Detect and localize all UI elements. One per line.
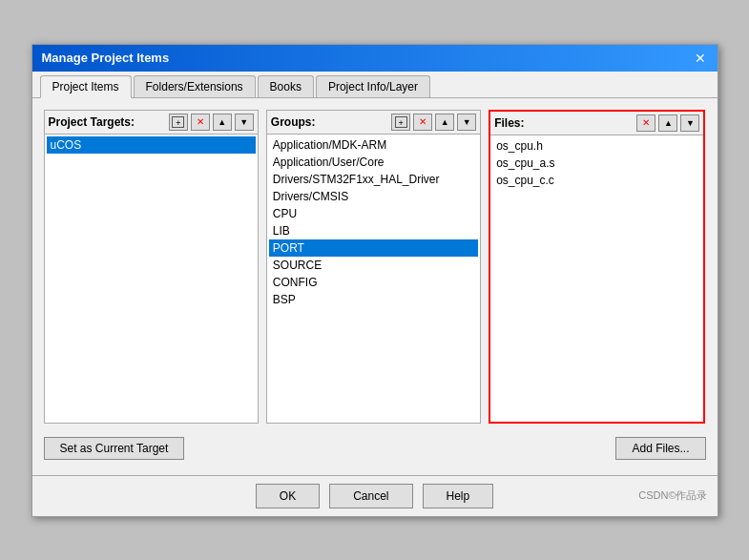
help-button[interactable]: Help (423, 484, 494, 508)
list-item[interactable]: LIB (269, 222, 478, 239)
list-item[interactable]: Application/MDK-ARM (269, 136, 478, 154)
cancel-button[interactable]: Cancel (329, 484, 412, 508)
groups-delete-button[interactable] (413, 114, 432, 131)
watermark: CSDN©作品录 (638, 488, 707, 503)
up-target-icon (218, 116, 226, 127)
add-files-button[interactable]: Add Files... (615, 437, 705, 460)
groups-header: Groups: + (267, 111, 480, 135)
new-group-icon: + (395, 116, 407, 128)
files-down-button[interactable] (680, 114, 699, 132)
groups-new-button[interactable]: + (391, 114, 410, 131)
list-item[interactable]: os_cpu.h (492, 137, 701, 155)
targets-down-button[interactable] (235, 114, 254, 131)
manage-project-dialog: Manage Project Items ✕ Project Items Fol… (31, 44, 718, 517)
dialog-title: Manage Project Items (42, 51, 170, 65)
groups-down-button[interactable] (457, 114, 476, 131)
targets-header: Project Targets: + (45, 111, 258, 135)
files-label: Files: (494, 116, 634, 130)
list-item[interactable]: os_cpu_a.s (492, 155, 701, 172)
files-panel: Files: os_cpu.hos_cpu_a.sos_cpu_c.c (489, 110, 705, 424)
list-item[interactable]: CONFIG (269, 274, 478, 291)
list-item[interactable]: BSP (269, 291, 478, 308)
list-item[interactable]: SOURCE (269, 257, 478, 274)
list-item[interactable]: CPU (269, 205, 478, 222)
main-content: Project Targets: + uCOS (32, 98, 718, 475)
files-header: Files: (490, 112, 703, 135)
list-item[interactable]: Drivers/CMSIS (269, 188, 478, 205)
files-up-button[interactable] (658, 114, 677, 132)
groups-up-button[interactable] (435, 114, 454, 131)
delete-file-icon (642, 117, 650, 128)
up-file-icon (664, 117, 673, 128)
groups-label: Groups: (271, 115, 388, 129)
tab-project-items[interactable]: Project Items (40, 75, 132, 98)
tabs-bar: Project Items Folders/Extensions Books P… (32, 72, 718, 98)
targets-list[interactable]: uCOS (45, 135, 258, 423)
list-item[interactable]: PORT (269, 239, 478, 257)
list-item[interactable]: Application/User/Core (269, 154, 478, 171)
up-group-icon (441, 116, 449, 127)
list-item[interactable]: Drivers/STM32F1xx_HAL_Driver (269, 171, 478, 188)
down-group-icon (463, 116, 471, 127)
project-targets-panel: Project Targets: + uCOS (44, 110, 259, 424)
list-item[interactable]: os_cpu_c.c (492, 172, 701, 189)
close-button[interactable]: ✕ (693, 51, 708, 66)
panels-container: Project Targets: + uCOS (44, 110, 706, 424)
list-item[interactable]: uCOS (47, 136, 256, 154)
targets-delete-button[interactable] (191, 114, 210, 131)
targets-label: Project Targets: (49, 115, 166, 129)
tab-books[interactable]: Books (258, 75, 314, 97)
files-delete-button[interactable] (636, 114, 655, 132)
set-target-button[interactable]: Set as Current Target (44, 437, 185, 460)
title-bar: Manage Project Items ✕ (32, 45, 718, 72)
groups-list[interactable]: Application/MDK-ARMApplication/User/Core… (267, 135, 480, 423)
targets-up-button[interactable] (213, 114, 232, 131)
down-target-icon (239, 116, 248, 127)
delete-target-icon (197, 116, 204, 127)
files-list[interactable]: os_cpu.hos_cpu_a.sos_cpu_c.c (490, 135, 703, 422)
down-file-icon (686, 117, 695, 128)
new-target-icon: + (172, 116, 184, 128)
bottom-row: Set as Current Target Add Files... (44, 433, 706, 464)
groups-panel: Groups: + Application/MDK-ARMApplic (266, 110, 481, 424)
tab-project-info[interactable]: Project Info/Layer (316, 75, 430, 97)
targets-new-button[interactable]: + (169, 114, 188, 131)
tab-folders-extensions[interactable]: Folders/Extensions (134, 75, 256, 97)
ok-button[interactable]: OK (256, 484, 320, 508)
footer: OK Cancel CSDN©作品录 Help (32, 475, 718, 516)
delete-group-icon (419, 116, 427, 127)
